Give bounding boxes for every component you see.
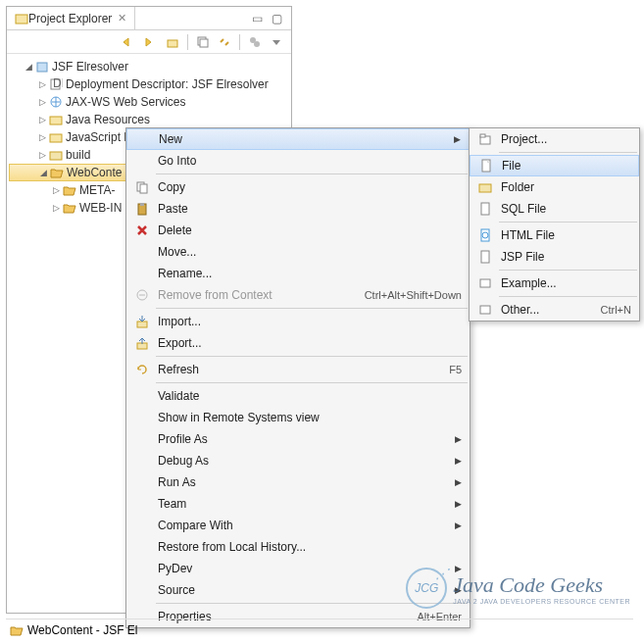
menu-show-remote[interactable]: Show in Remote Systems view <box>126 407 470 428</box>
svg-rect-28 <box>480 279 490 287</box>
svg-rect-16 <box>140 203 144 206</box>
menu-separator <box>156 173 468 174</box>
twisty-icon[interactable]: ▷ <box>36 97 48 107</box>
up-icon[interactable] <box>164 33 181 51</box>
forward-icon[interactable] <box>142 33 160 51</box>
submenu-jsp-file[interactable]: JSP File <box>470 246 639 268</box>
menu-run-as[interactable]: Run As ▶ <box>126 471 470 493</box>
menu-export[interactable]: Export... <box>126 332 470 354</box>
example-icon <box>473 276 497 290</box>
menu-separator <box>499 296 637 297</box>
menu-restore-history[interactable]: Restore from Local History... <box>126 536 470 558</box>
menu-separator <box>156 356 468 357</box>
tree-item[interactable]: ▷ Java Resources <box>9 111 289 128</box>
collapse-all-icon[interactable] <box>194 33 212 51</box>
twisty-icon[interactable]: ▷ <box>36 132 48 142</box>
menu-separator <box>156 308 468 309</box>
delete-icon <box>130 223 154 237</box>
twisty-icon[interactable]: ▷ <box>50 185 62 195</box>
panel-tab[interactable]: Project Explorer ✕ <box>7 7 135 29</box>
minimize-icon[interactable]: ▭ <box>250 12 264 25</box>
panel-header: Project Explorer ✕ ▭ ▢ <box>7 7 291 30</box>
menu-separator <box>499 152 637 153</box>
submenu-arrow-icon: ▶ <box>455 520 462 530</box>
twisty-icon[interactable]: ◢ <box>37 168 49 177</box>
tree-item[interactable]: ▷ DD Deployment Descriptor: JSF Elresolv… <box>9 75 289 93</box>
menu-new[interactable]: New ▶ <box>126 128 470 150</box>
project-icon <box>473 133 497 145</box>
menu-refresh[interactable]: Refresh F5 <box>126 359 470 380</box>
menu-remove-context: Remove from Context Ctrl+Alt+Shift+Down <box>126 284 470 306</box>
html-file-icon <box>473 228 497 242</box>
java-resources-icon <box>48 113 64 126</box>
submenu-other[interactable]: Other... Ctrl+N <box>470 299 639 321</box>
maximize-icon[interactable]: ▢ <box>270 12 283 25</box>
menu-debug-as[interactable]: Debug As ▶ <box>126 450 470 471</box>
twisty-icon[interactable]: ◢ <box>23 62 34 72</box>
watermark-text: Java Code Geeks <box>453 572 630 598</box>
back-icon[interactable] <box>121 33 138 51</box>
menu-go-into[interactable]: Go Into <box>126 150 470 172</box>
submenu-example[interactable]: Example... <box>470 272 639 294</box>
folder-open-icon <box>62 183 77 197</box>
focus-task-icon[interactable] <box>246 33 264 51</box>
import-icon <box>130 315 154 328</box>
js-resources-icon <box>48 130 64 144</box>
panel-toolbar <box>7 30 291 54</box>
file-icon <box>474 159 498 173</box>
svg-point-5 <box>254 41 260 47</box>
submenu-sql-file[interactable]: SQL File <box>470 198 639 220</box>
export-icon <box>130 336 154 350</box>
svg-text:DD: DD <box>53 78 63 90</box>
sql-file-icon <box>473 202 497 216</box>
menu-import[interactable]: Import... <box>126 311 470 332</box>
other-icon <box>473 303 497 317</box>
panel-title: Project Explorer <box>28 12 112 25</box>
jsp-file-icon <box>473 250 497 264</box>
submenu-arrow-icon: ▶ <box>455 456 462 466</box>
watermark-subtitle: JAVA 2 JAVA DEVELOPERS RESOURCE CENTER <box>453 598 630 605</box>
close-icon[interactable]: ✕ <box>118 12 126 25</box>
view-menu-icon[interactable] <box>268 33 285 51</box>
submenu-file[interactable]: File <box>470 155 639 176</box>
menu-validate[interactable]: Validate <box>126 385 470 407</box>
menu-copy[interactable]: Copy <box>126 176 470 198</box>
twisty-icon[interactable]: ▷ <box>36 150 48 160</box>
menu-compare-with[interactable]: Compare With ▶ <box>126 515 470 536</box>
tree-item-root[interactable]: ◢ JSF Elresolver <box>9 58 289 75</box>
twisty-icon[interactable]: ▷ <box>36 115 48 124</box>
svg-rect-18 <box>137 322 147 327</box>
submenu-project[interactable]: Project... <box>470 128 639 150</box>
svg-rect-29 <box>480 306 490 314</box>
svg-rect-3 <box>200 39 208 47</box>
menu-move[interactable]: Move... <box>126 241 470 263</box>
link-editor-icon[interactable] <box>216 33 233 51</box>
submenu-arrow-icon: ▶ <box>455 477 462 487</box>
menu-separator <box>156 382 468 383</box>
twisty-icon[interactable]: ▷ <box>36 79 48 89</box>
copy-icon <box>130 180 154 194</box>
menu-profile-as[interactable]: Profile As ▶ <box>126 428 470 450</box>
svg-rect-6 <box>37 63 47 72</box>
svg-rect-11 <box>50 134 62 142</box>
submenu-folder[interactable]: Folder <box>470 176 639 198</box>
menu-paste[interactable]: Paste <box>126 198 470 220</box>
menu-team[interactable]: Team ▶ <box>126 493 470 515</box>
twisty-icon[interactable]: ▷ <box>50 203 62 213</box>
watermark-logo: JCG ⋰ Java Code Geeks JAVA 2 JAVA DEVELO… <box>406 568 630 609</box>
menu-delete[interactable]: Delete <box>126 220 470 241</box>
svg-rect-0 <box>16 15 27 24</box>
webservice-icon <box>48 95 64 109</box>
menu-rename[interactable]: Rename... <box>126 263 470 284</box>
submenu-arrow-icon: ▶ <box>455 499 462 509</box>
paste-icon <box>130 202 154 216</box>
tree-item[interactable]: ▷ JAX-WS Web Services <box>9 93 289 111</box>
context-menu: New ▶ Go Into Copy Paste Delete Move... … <box>125 127 471 628</box>
folder-open-icon <box>62 201 77 215</box>
folder-open-icon <box>10 624 24 636</box>
svg-rect-24 <box>481 203 489 215</box>
submenu-html-file[interactable]: HTML File <box>470 224 639 246</box>
descriptor-icon: DD <box>48 77 64 91</box>
remove-context-icon <box>130 288 154 302</box>
svg-rect-1 <box>168 40 177 47</box>
